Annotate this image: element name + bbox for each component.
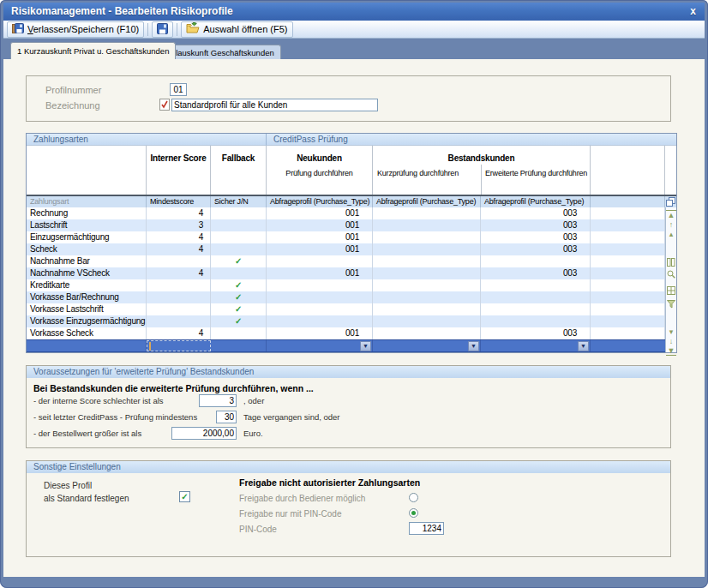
col-interner-score[interactable]: Interner Score <box>147 146 211 195</box>
mindestscore-cell[interactable]: 4 <box>147 267 211 279</box>
col-neukunden[interactable]: Neukunden Prüfung durchführen <box>267 146 373 195</box>
table-row[interactable]: Vorkasse Einzugsermächtigung✓ <box>27 315 665 327</box>
neukunden-profil-cell[interactable]: 001 <box>267 267 373 279</box>
copy-icon[interactable] <box>665 196 676 207</box>
zahlungsart-cell[interactable]: Nachnahme VScheck <box>27 267 147 279</box>
erweitert-profil-cell[interactable] <box>481 315 591 327</box>
table-row[interactable]: Nachnahme VScheck4001003 <box>27 267 665 279</box>
table-row[interactable]: Nachnahme Bar✓ <box>27 255 665 267</box>
fallback-cell[interactable]: ✓ <box>211 291 267 303</box>
neukunden-profil-cell[interactable] <box>267 291 373 303</box>
mindestscore-cell[interactable] <box>147 315 211 327</box>
standard-profile-checkbox[interactable]: ✓ <box>179 491 190 502</box>
kurzpruefung-profil-cell[interactable] <box>373 243 481 255</box>
row-extra-cell[interactable] <box>591 291 665 303</box>
zahlungsart-cell[interactable]: Kreditkarte <box>27 279 147 291</box>
row-extra-cell[interactable] <box>591 255 665 267</box>
erweitert-profil-cell[interactable]: 003 <box>481 243 591 255</box>
erweitert-profil-cell[interactable] <box>481 291 591 303</box>
erweitert-profil-cell[interactable] <box>481 255 591 267</box>
tab-kurzauskunft[interactable]: 1 Kurzauskunft Privat u. Geschäftskunden <box>10 42 176 59</box>
zahlungsart-cell[interactable]: Nachnahme Bar <box>27 255 147 267</box>
row-extra-cell[interactable] <box>591 231 665 243</box>
kurzpruefung-profil-cell[interactable] <box>373 219 481 231</box>
fallback-cell[interactable] <box>211 207 267 219</box>
days-threshold-input[interactable] <box>216 411 237 423</box>
neukunden-profil-cell[interactable]: ▼ <box>267 340 373 351</box>
col-bestandskunden[interactable]: Bestandskunden Kurzprüfung durchführen E… <box>373 146 591 195</box>
bezeichnung-input[interactable] <box>171 99 378 111</box>
mindestscore-cell[interactable]: 4 <box>147 243 211 255</box>
kurzpruefung-profil-cell[interactable] <box>373 207 481 219</box>
mindestscore-cell[interactable]: 4 <box>147 231 211 243</box>
search-icon[interactable] <box>666 270 676 280</box>
fallback-cell[interactable]: ✓ <box>211 315 267 327</box>
row-extra-cell[interactable] <box>591 315 665 327</box>
columns-icon[interactable] <box>666 258 676 268</box>
erweitert-profil-cell[interactable]: 003 <box>481 267 591 279</box>
mindestscore-cell[interactable] <box>147 291 211 303</box>
dropdown-kurzpruefung-icon[interactable]: ▼ <box>468 341 479 351</box>
kurzpruefung-profil-cell[interactable] <box>373 267 481 279</box>
table-row[interactable]: Vorkasse Scheck4001003 <box>27 327 665 339</box>
option-pin-radio[interactable] <box>409 508 418 518</box>
col-fallback[interactable]: Fallback <box>211 146 267 195</box>
row-extra-cell[interactable] <box>591 207 665 219</box>
zahlungsart-cell[interactable]: Scheck <box>27 243 147 255</box>
row-extra-cell[interactable] <box>591 219 665 231</box>
score-threshold-input[interactable] <box>199 394 237 407</box>
page-down-icon[interactable]: ▾ <box>666 327 676 336</box>
row-extra-cell[interactable] <box>591 303 665 315</box>
neukunden-profil-cell[interactable] <box>267 315 373 327</box>
zahlungsart-cell[interactable]: Rechnung <box>27 207 147 219</box>
option-bediener-radio[interactable] <box>409 493 418 502</box>
fallback-cell[interactable] <box>211 231 267 243</box>
row-down-icon[interactable]: ↓ <box>666 337 676 345</box>
neukunden-profil-cell[interactable] <box>267 303 373 315</box>
scroll-bottom-icon[interactable]: ▼ <box>666 346 676 356</box>
subcol-abfrageprofil-erweitert[interactable]: Abfrageprofil (Purchase_Type) <box>481 196 591 207</box>
kurzpruefung-profil-cell[interactable] <box>373 231 481 243</box>
row-up-icon[interactable]: ↑ <box>666 220 676 229</box>
fallback-cell[interactable] <box>211 340 267 351</box>
zahlungsart-cell[interactable]: Einzugsermächtigung <box>27 231 147 243</box>
table-row[interactable]: Vorkasse Bar/Rechnung✓ <box>27 291 665 303</box>
subcol-zahlungsart[interactable]: Zahlungsart <box>27 196 147 207</box>
mindestscore-cell[interactable] <box>147 279 211 291</box>
mindestscore-cell[interactable] <box>147 255 211 267</box>
zahlungsart-cell[interactable]: Vorkasse Lastschrift <box>27 303 147 315</box>
new-row-selected[interactable]: ▼ ▼ ▼ <box>27 339 665 352</box>
kurzpruefung-profil-cell[interactable] <box>373 315 481 327</box>
mindestscore-cell[interactable]: 3 <box>147 219 211 231</box>
row-extra-cell[interactable] <box>591 340 665 351</box>
page-up-icon[interactable]: ▴ <box>666 230 676 238</box>
erweitert-profil-cell[interactable] <box>481 279 591 291</box>
row-extra-cell[interactable] <box>591 267 665 279</box>
row-extra-cell[interactable] <box>591 327 665 339</box>
zahlungsart-cell[interactable]: Vorkasse Scheck <box>27 327 147 339</box>
fallback-cell[interactable]: ✓ <box>211 255 267 267</box>
neukunden-profil-cell[interactable]: 001 <box>267 327 373 339</box>
neukunden-profil-cell[interactable]: 001 <box>267 243 373 255</box>
erweitert-profil-cell[interactable]: 003 <box>481 219 591 231</box>
kurzpruefung-profil-cell[interactable] <box>373 279 481 291</box>
mindestscore-cell[interactable] <box>147 340 211 351</box>
erweitert-profil-cell[interactable]: 003 <box>481 207 591 219</box>
exit-save-button[interactable]: Verlassen/Speichern (F10) <box>7 21 144 38</box>
neukunden-profil-cell[interactable] <box>267 279 373 291</box>
kurzpruefung-profil-cell[interactable] <box>373 291 481 303</box>
kurzpruefung-profil-cell[interactable] <box>373 303 481 315</box>
zahlungsart-cell[interactable]: Vorkasse Einzugsermächtigung <box>27 315 147 327</box>
erweitert-profil-cell[interactable]: ▼ <box>481 340 591 351</box>
pin-code-input[interactable] <box>409 522 444 535</box>
edit-check-icon[interactable] <box>159 99 170 112</box>
subcol-abfrageprofil-kurz[interactable]: Abfrageprofil (Purchase_Type) <box>373 196 481 207</box>
subcol-mindestscore[interactable]: Mindestscore <box>147 196 211 207</box>
table-row[interactable]: Kreditkarte✓ <box>27 279 665 291</box>
fallback-cell[interactable] <box>211 219 267 231</box>
zahlungsart-cell[interactable]: Vorkasse Bar/Rechnung <box>27 291 147 303</box>
erweitert-profil-cell[interactable]: 003 <box>481 231 591 243</box>
row-extra-cell[interactable] <box>591 279 665 291</box>
subcol-abfrageprofil-neukunden[interactable]: Abfrageprofil (Purchase_Type) <box>267 196 373 207</box>
neukunden-profil-cell[interactable]: 001 <box>267 231 373 243</box>
